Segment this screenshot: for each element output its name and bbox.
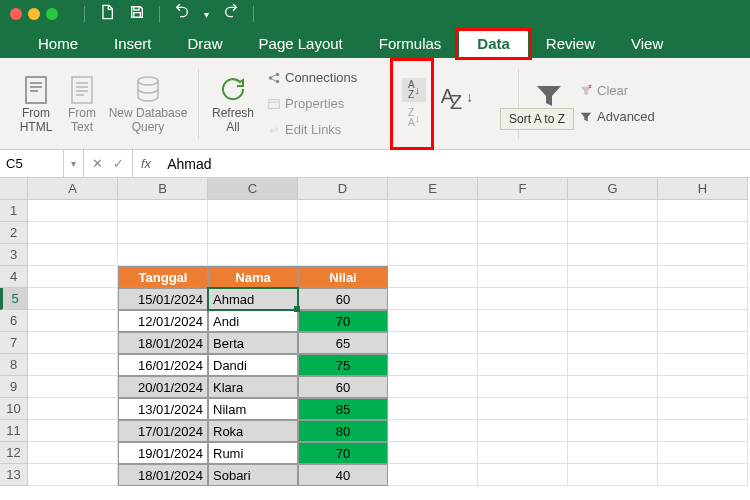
cell-F8[interactable] [478, 354, 568, 376]
cell-C7[interactable]: Berta [208, 332, 298, 354]
tab-data[interactable]: Data [459, 30, 528, 58]
cell-H2[interactable] [658, 222, 748, 244]
cell-G2[interactable] [568, 222, 658, 244]
new-database-query-button[interactable]: New Database Query [106, 73, 190, 135]
cell-H4[interactable] [658, 266, 748, 288]
cell-B11[interactable]: 17/01/2024 [118, 420, 208, 442]
clear-button[interactable]: Clear [575, 80, 675, 102]
cell-B1[interactable] [118, 200, 208, 222]
row-header-5[interactable]: 5 [0, 288, 28, 310]
cell-F9[interactable] [478, 376, 568, 398]
cell-B6[interactable]: 12/01/2024 [118, 310, 208, 332]
cell-D11[interactable]: 80 [298, 420, 388, 442]
cell-B4[interactable]: Tanggal seleksi [118, 266, 208, 288]
cell-E10[interactable] [388, 398, 478, 420]
col-header-E[interactable]: E [388, 178, 478, 200]
select-all-corner[interactable] [0, 178, 28, 200]
cell-B5[interactable]: 15/01/2024 [118, 288, 208, 310]
cell-D1[interactable] [298, 200, 388, 222]
col-header-D[interactable]: D [298, 178, 388, 200]
undo-icon[interactable] [174, 4, 190, 24]
window-zoom-icon[interactable] [46, 8, 58, 20]
col-header-G[interactable]: G [568, 178, 658, 200]
cell-C12[interactable]: Rumi [208, 442, 298, 464]
edit-links-button[interactable]: Edit Links [263, 119, 383, 141]
connections-button[interactable]: Connections [263, 67, 383, 89]
tab-formulas[interactable]: Formulas [361, 30, 460, 58]
tab-insert[interactable]: Insert [96, 30, 170, 58]
cell-G13[interactable] [568, 464, 658, 486]
advanced-button[interactable]: Advanced [575, 106, 675, 128]
cell-H13[interactable] [658, 464, 748, 486]
cell-G7[interactable] [568, 332, 658, 354]
cell-F1[interactable] [478, 200, 568, 222]
cell-A7[interactable] [28, 332, 118, 354]
cell-G3[interactable] [568, 244, 658, 266]
cell-D12[interactable]: 70 [298, 442, 388, 464]
cell-E2[interactable] [388, 222, 478, 244]
cell-A4[interactable] [28, 266, 118, 288]
sort-asc-button[interactable]: AZ↓ [402, 78, 426, 102]
cell-G10[interactable] [568, 398, 658, 420]
row-header-9[interactable]: 9 [0, 376, 28, 398]
cell-B12[interactable]: 19/01/2024 [118, 442, 208, 464]
cell-D3[interactable] [298, 244, 388, 266]
cell-D2[interactable] [298, 222, 388, 244]
cell-H6[interactable] [658, 310, 748, 332]
cell-A11[interactable] [28, 420, 118, 442]
cell-H8[interactable] [658, 354, 748, 376]
cell-C8[interactable]: Dandi [208, 354, 298, 376]
fx-label[interactable]: fx [133, 150, 159, 177]
save-icon[interactable] [129, 4, 145, 24]
sort-desc-button[interactable]: ZA↓ [402, 106, 426, 130]
cell-E9[interactable] [388, 376, 478, 398]
row-header-7[interactable]: 7 [0, 332, 28, 354]
cell-B9[interactable]: 20/01/2024 [118, 376, 208, 398]
cell-F3[interactable] [478, 244, 568, 266]
from-html-button[interactable]: From HTML [14, 73, 58, 135]
cell-A12[interactable] [28, 442, 118, 464]
cell-A8[interactable] [28, 354, 118, 376]
cancel-icon[interactable]: ✕ [92, 156, 103, 171]
cell-B13[interactable]: 18/01/2024 [118, 464, 208, 486]
row-header-6[interactable]: 6 [0, 310, 28, 332]
row-header-4[interactable]: 4 [0, 266, 28, 288]
cell-H3[interactable] [658, 244, 748, 266]
col-header-C[interactable]: C [208, 178, 298, 200]
cell-H11[interactable] [658, 420, 748, 442]
cell-E1[interactable] [388, 200, 478, 222]
cell-H5[interactable] [658, 288, 748, 310]
name-box-dropdown[interactable]: ▾ [64, 150, 84, 177]
row-header-3[interactable]: 3 [0, 244, 28, 266]
name-box[interactable]: C5 [0, 150, 64, 177]
window-close-icon[interactable] [10, 8, 22, 20]
cell-D6[interactable]: 70 [298, 310, 388, 332]
tab-draw[interactable]: Draw [170, 30, 241, 58]
cell-D10[interactable]: 85 [298, 398, 388, 420]
cell-B8[interactable]: 16/01/2024 [118, 354, 208, 376]
properties-button[interactable]: Properties [263, 93, 383, 115]
sort-dialog-button[interactable]: AZ↓ [430, 85, 484, 122]
cell-E13[interactable] [388, 464, 478, 486]
row-header-13[interactable]: 13 [0, 464, 28, 486]
cell-F10[interactable] [478, 398, 568, 420]
col-header-H[interactable]: H [658, 178, 748, 200]
cell-C10[interactable]: Nilam [208, 398, 298, 420]
row-header-1[interactable]: 1 [0, 200, 28, 222]
cell-G6[interactable] [568, 310, 658, 332]
cell-C4[interactable]: Nama [208, 266, 298, 288]
redo-icon[interactable] [223, 4, 239, 24]
cell-B2[interactable] [118, 222, 208, 244]
cell-C1[interactable] [208, 200, 298, 222]
cell-G8[interactable] [568, 354, 658, 376]
from-text-button[interactable]: From Text [60, 73, 104, 135]
cell-A1[interactable] [28, 200, 118, 222]
cell-H7[interactable] [658, 332, 748, 354]
cell-D4[interactable]: Nilai [298, 266, 388, 288]
col-header-B[interactable]: B [118, 178, 208, 200]
window-minimize-icon[interactable] [28, 8, 40, 20]
cell-H1[interactable] [658, 200, 748, 222]
cell-G11[interactable] [568, 420, 658, 442]
cell-D13[interactable]: 40 [298, 464, 388, 486]
cell-C6[interactable]: Andi [208, 310, 298, 332]
